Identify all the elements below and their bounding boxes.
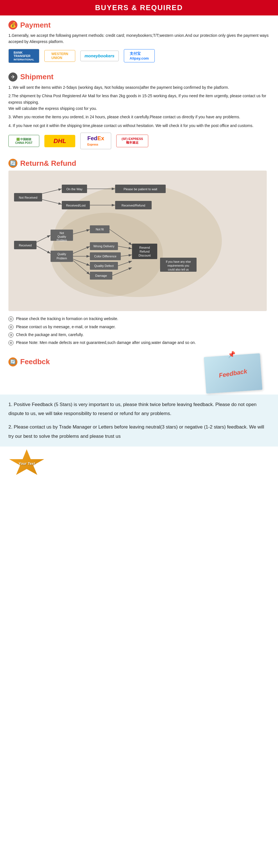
svg-text:Color Difference: Color Difference <box>94 255 116 258</box>
feedback-image-label: Feedback <box>218 368 248 379</box>
gold-badge-wrapper: Your Text <box>0 446 278 480</box>
svg-text:Not Received: Not Received <box>19 196 37 199</box>
payment-heading: Payment <box>20 21 50 30</box>
gold-star-badge: Your Text <box>8 449 45 477</box>
note-2: ② Please contact us by meesage, e-mail, … <box>8 323 270 331</box>
page-header: BUYERS & REQUIRED <box>0 0 278 16</box>
return-notes: ① Please check the tracking in formation… <box>8 315 270 347</box>
dhl-label: DHL <box>54 137 66 145</box>
svg-text:Quality: Quality <box>57 235 66 238</box>
shipping-logos: 🟩 中国邮政CHINA POST DHL FedEx Express (SF) … <box>8 133 270 149</box>
svg-text:Received: Received <box>19 244 32 247</box>
svg-text:Problem: Problem <box>57 257 67 260</box>
note-4: ④ Please Note: Men made defects are not … <box>8 339 270 346</box>
svg-text:Received/Refund: Received/Refund <box>121 204 145 207</box>
shipment-p3: 3. When you receive the items you ordere… <box>8 114 270 120</box>
bank-transfer-label: BANKTRANSFERINTERNATIONAL <box>14 51 34 61</box>
bank-transfer-logo: BANKTRANSFERINTERNATIONAL <box>8 49 39 63</box>
pin-icon: 📌 <box>228 351 236 359</box>
badge-text-overlay: Your Text <box>19 461 35 466</box>
return-refund-section: 🔄 Return& Refund Not Received On the <box>0 154 278 352</box>
feedback-p2: 2. Please contact us by Trade Manager or… <box>8 423 270 441</box>
note-num-3: ③ <box>8 333 13 338</box>
svg-text:could also tell us: could also tell us <box>168 268 189 271</box>
payment-logos: BANKTRANSFERINTERNATIONAL WESTERNUNION m… <box>8 49 270 63</box>
alipay-label: 支付宝Alipay.com <box>130 51 149 60</box>
svg-text:Received/Lost: Received/Lost <box>66 204 85 207</box>
note-3: ③ Check the package and Item, carefully. <box>8 331 270 339</box>
svg-text:Quality Defect: Quality Defect <box>94 264 113 268</box>
china-post-label: 🟩 中国邮政CHINA POST <box>15 137 32 145</box>
feedback-header-row: 📌 Feedback <box>0 372 278 395</box>
payment-text: 1.Generally, we accept the following pay… <box>8 32 270 45</box>
note-text-4: Please Note: Men made defects are not gu… <box>16 340 196 345</box>
svg-text:On the Way: On the Way <box>66 187 82 191</box>
return-heading: Return& Refund <box>20 159 76 168</box>
shipment-icon: ✈ <box>8 72 18 82</box>
note-text-2: Please contact us by meesage, e-mail, or… <box>16 324 116 329</box>
note-num-4: ④ <box>8 340 13 345</box>
svg-text:requirements you: requirements you <box>167 264 189 267</box>
shipment-section: ✈ Shipment 1. We will sent the items wit… <box>0 67 278 154</box>
alipay-logo: 支付宝Alipay.com <box>124 49 155 62</box>
svg-text:Resend: Resend <box>139 246 150 249</box>
payment-section-title: 💰 Payment <box>8 21 270 30</box>
dhl-logo: DHL <box>44 135 75 147</box>
svg-text:Discount: Discount <box>139 254 151 257</box>
shipment-p2: 2.The shipment by China Post Registered … <box>8 93 270 112</box>
fedex-logo: FedEx Express <box>80 133 111 149</box>
shipment-section-title: ✈ Shipment <box>8 72 270 82</box>
return-section-title: 🔄 Return& Refund <box>8 159 270 168</box>
china-post-logo: 🟩 中国邮政CHINA POST <box>8 135 39 147</box>
payment-icon: 💰 <box>8 21 18 30</box>
moneybookers-label: moneybookers <box>84 53 114 58</box>
sf-express-label: (SF) EXPRESS顺丰速运 <box>121 137 143 145</box>
svg-text:If you have any else: If you have any else <box>166 260 191 263</box>
fedex-label: FedEx Express <box>87 135 104 147</box>
svg-text:Wrong Delivery: Wrong Delivery <box>94 245 114 248</box>
badge-label: Your Text <box>19 461 35 466</box>
feedback-image: 📌 Feedback <box>204 353 263 394</box>
note-num-1: ① <box>8 316 13 321</box>
feedback-icon: 🔄 <box>8 358 18 366</box>
svg-text:Quality: Quality <box>57 253 66 256</box>
note-num-2: ② <box>8 324 13 330</box>
flowchart: Not Received On the Way Please be patien… <box>8 170 270 312</box>
feedback-p1: 1. Positive Feedback (5 Stars) is very i… <box>8 400 270 418</box>
western-union-label: WESTERNUNION <box>51 52 68 60</box>
svg-rect-29 <box>50 251 73 262</box>
page-title: BUYERS & REQUIRED <box>0 3 278 12</box>
svg-text:Refund: Refund <box>140 250 149 253</box>
svg-text:Problem: Problem <box>57 239 67 242</box>
western-union-logo: WESTERNUNION <box>44 50 75 62</box>
svg-text:Please be patient to wait: Please be patient to wait <box>124 187 157 191</box>
svg-text:Not fit: Not fit <box>96 227 104 231</box>
feedback-heading: Feedbck <box>20 358 50 366</box>
feedback-text-box: 1. Positive Feedback (5 Stars) is very i… <box>0 395 278 446</box>
note-1: ① Please check the tracking in formation… <box>8 315 270 322</box>
shipment-p1: 1. We will sent the items within 2-5days… <box>8 84 270 91</box>
svg-text:Not: Not <box>60 231 64 235</box>
note-text-1: Please check the tracking in formation o… <box>16 316 118 321</box>
shipment-p4: 4. If you have not got it within the shi… <box>8 123 270 129</box>
return-icon: 🔄 <box>8 159 18 168</box>
svg-text:Damage: Damage <box>95 274 107 277</box>
sf-express-logo: (SF) EXPRESS顺丰速运 <box>116 134 148 147</box>
payment-section: 💰 Payment 1.Generally, we accept the fol… <box>0 16 278 67</box>
note-text-3: Check the package and Item, carefully. <box>16 333 84 337</box>
shipment-heading: Shipment <box>20 72 54 81</box>
moneybookers-logo: moneybookers <box>80 51 119 61</box>
